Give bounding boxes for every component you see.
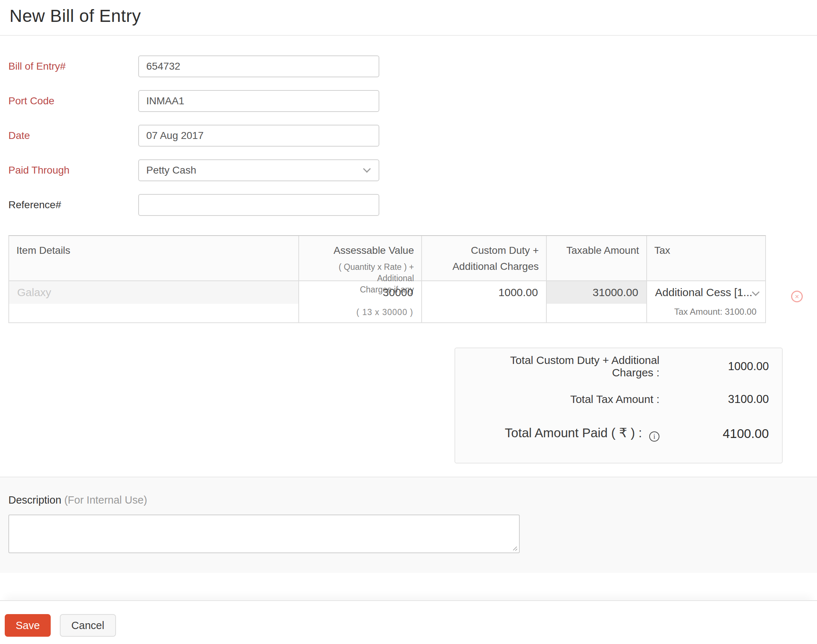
- total-amount-paid-label: Total Amount Paid ( ₹ ) :: [505, 426, 642, 440]
- totals-section: Total Custom Duty + Additional Charges :…: [0, 348, 783, 463]
- table-row: Galaxy 30000 ( 13 x 30000 ) 1000.00 3100…: [9, 281, 765, 322]
- total-custom-duty-row: Total Custom Duty + Additional Charges :…: [468, 359, 769, 374]
- cancel-button[interactable]: Cancel: [60, 614, 116, 637]
- table-header-row: Item Details Assessable Value ( Quantity…: [9, 236, 765, 281]
- paid-through-select[interactable]: Petty Cash: [138, 159, 379, 181]
- total-amount-paid-row: Total Amount Paid ( ₹ ) : i 4100.00: [468, 425, 769, 442]
- total-tax-amount-value: 3100.00: [659, 393, 769, 406]
- total-custom-duty-value: 1000.00: [659, 360, 769, 373]
- date-input[interactable]: [138, 125, 379, 147]
- total-tax-amount-row: Total Tax Amount : 3100.00: [468, 392, 769, 406]
- description-label: Description: [8, 494, 61, 506]
- total-tax-amount-label: Total Tax Amount :: [468, 393, 659, 405]
- date-label: Date: [8, 130, 138, 141]
- taxable-amount-value: 31000.00: [547, 281, 646, 304]
- port-code-input[interactable]: [138, 90, 379, 112]
- description-section: Description (For Internal Use): [0, 477, 817, 573]
- chevron-down-icon: [752, 288, 759, 296]
- assessable-value-field[interactable]: 30000: [299, 281, 421, 304]
- custom-duty-field[interactable]: 1000.00: [422, 281, 546, 304]
- bill-of-entry-number-input[interactable]: [138, 55, 379, 77]
- assessable-value-breakdown: ( 13 x 30000 ): [299, 307, 421, 317]
- page-header: New Bill of Entry: [0, 0, 817, 36]
- paid-through-selected-value: Petty Cash: [146, 164, 196, 176]
- form-row-reference: Reference#: [8, 194, 817, 216]
- form-row-bill-of-entry-number: Bill of Entry#: [8, 55, 817, 77]
- column-header-tax: Tax: [646, 236, 765, 281]
- info-icon[interactable]: i: [649, 431, 659, 442]
- port-code-label: Port Code: [8, 95, 138, 107]
- tax-select[interactable]: Additional Cess [1...: [647, 281, 765, 304]
- column-header-custom-duty: Custom Duty + Additional Charges: [421, 236, 546, 281]
- column-header-item-details: Item Details: [9, 236, 298, 281]
- paid-through-label: Paid Through: [8, 164, 138, 176]
- description-textarea[interactable]: [8, 515, 520, 553]
- totals-box: Total Custom Duty + Additional Charges :…: [454, 348, 783, 463]
- form-row-date: Date: [8, 125, 817, 147]
- form-row-port-code: Port Code: [8, 90, 817, 112]
- column-header-taxable-amount: Taxable Amount: [546, 236, 646, 281]
- bill-of-entry-number-label: Bill of Entry#: [8, 61, 138, 72]
- line-items-table: Item Details Assessable Value ( Quantity…: [8, 235, 766, 323]
- description-hint: (For Internal Use): [64, 494, 147, 506]
- footer-action-bar: Save Cancel: [0, 600, 817, 644]
- total-custom-duty-label: Total Custom Duty + Additional Charges :: [468, 354, 659, 379]
- remove-row-icon[interactable]: ×: [791, 291, 803, 302]
- total-amount-paid-value: 4100.00: [659, 426, 769, 441]
- column-header-assessable-value: Assessable Value ( Quantity x Rate ) + A…: [298, 236, 421, 281]
- bill-of-entry-form: Bill of Entry# Port Code Date Paid Throu…: [8, 55, 817, 216]
- form-row-paid-through: Paid Through Petty Cash: [8, 159, 817, 181]
- page-title: New Bill of Entry: [9, 6, 817, 26]
- reference-number-label: Reference#: [8, 199, 138, 211]
- tax-amount-text: Tax Amount: 3100.00: [647, 307, 765, 317]
- tax-selected-value: Additional Cess [1...: [655, 286, 753, 299]
- save-button[interactable]: Save: [5, 614, 51, 637]
- item-name-input[interactable]: Galaxy: [9, 281, 298, 304]
- reference-number-input[interactable]: [138, 194, 379, 216]
